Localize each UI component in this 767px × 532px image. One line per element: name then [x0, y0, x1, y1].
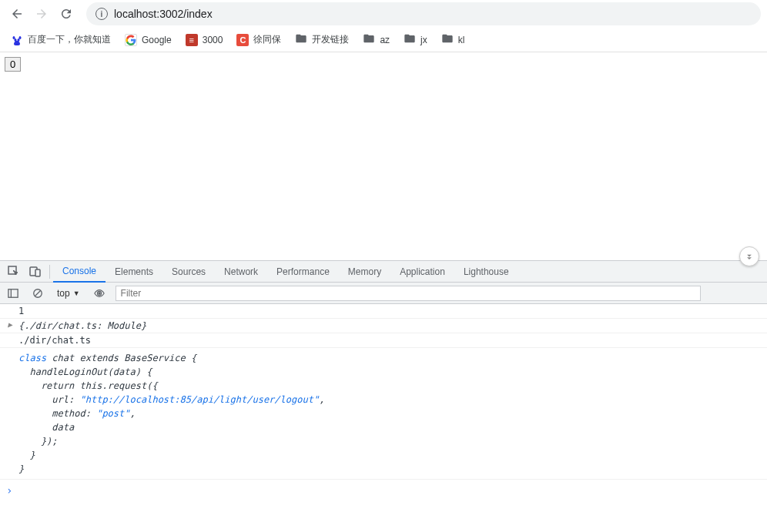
- bookmark-label: 百度一下，你就知道: [28, 33, 111, 46]
- chevron-down-icon: [744, 251, 755, 262]
- tab-console[interactable]: Console: [53, 261, 106, 283]
- bookmark-label: az: [380, 35, 390, 45]
- bookmark-az[interactable]: az: [363, 32, 390, 47]
- svg-line-6: [35, 290, 41, 296]
- bookmark-label: 3000: [203, 35, 223, 45]
- tab-elements[interactable]: Elements: [106, 262, 162, 282]
- tab-performance[interactable]: Performance: [267, 262, 339, 282]
- folder-icon: [295, 32, 307, 47]
- bookmark-label: 徐同保: [253, 33, 281, 46]
- tab-sources[interactable]: Sources: [162, 262, 215, 282]
- bookmark-label: kl: [458, 35, 465, 45]
- bookmark-google[interactable]: Google: [125, 34, 172, 46]
- eye-icon: [94, 288, 105, 299]
- tab-network[interactable]: Network: [215, 262, 267, 282]
- live-expression-button[interactable]: [91, 285, 108, 302]
- forward-button[interactable]: [31, 3, 52, 25]
- bookmark-3000[interactable]: ≡ 3000: [186, 34, 223, 46]
- dropdown-icon: ▼: [73, 289, 80, 297]
- filter-input[interactable]: [116, 286, 701, 301]
- tab-lighthouse[interactable]: Lighthouse: [454, 262, 518, 282]
- address-bar[interactable]: i localhost:3002/index: [86, 2, 761, 25]
- console-code-block[interactable]: class chat extends BaseService { handleL…: [0, 348, 767, 480]
- bookmark-label: Google: [142, 35, 172, 45]
- device-icon: [29, 266, 42, 278]
- svg-rect-2: [35, 269, 40, 276]
- svg-point-7: [98, 292, 100, 294]
- console-output: 1 {./dir/chat.ts: Module} ./dir/chat.ts …: [0, 304, 767, 497]
- bookmark-label: 开发链接: [312, 33, 349, 46]
- sidebar-icon: [8, 288, 18, 299]
- reload-icon: [59, 7, 73, 21]
- tab-memory[interactable]: Memory: [339, 262, 390, 282]
- console-toolbar: top ▼: [0, 283, 767, 304]
- arrow-left-icon: [10, 7, 24, 21]
- url-text: localhost:3002/index: [114, 8, 213, 20]
- counter-button[interactable]: 0: [5, 57, 21, 72]
- number-icon: ≡: [186, 34, 198, 46]
- page-content: 0: [0, 52, 767, 260]
- svg-rect-3: [8, 289, 18, 297]
- device-toggle-button[interactable]: [25, 262, 46, 282]
- inspect-icon: [8, 266, 20, 278]
- back-button[interactable]: [6, 3, 28, 25]
- google-icon: [125, 34, 137, 46]
- folder-icon: [441, 32, 454, 47]
- baidu-icon: [11, 34, 23, 46]
- inspect-button[interactable]: [3, 262, 25, 282]
- bookmark-jx[interactable]: jx: [404, 32, 427, 47]
- bookmark-label: jx: [420, 35, 427, 45]
- devtools-panel: Console Elements Sources Network Perform…: [0, 260, 767, 497]
- folder-icon: [404, 32, 416, 47]
- sidebar-toggle-button[interactable]: [5, 285, 22, 302]
- tab-application[interactable]: Application: [390, 262, 454, 282]
- bookmark-kl[interactable]: kl: [441, 32, 465, 47]
- context-label: top: [57, 288, 70, 299]
- clear-icon: [32, 288, 43, 299]
- bookmark-devlinks[interactable]: 开发链接: [295, 32, 349, 47]
- browser-toolbar: i localhost:3002/index: [0, 0, 767, 28]
- arrow-right-icon: [35, 7, 49, 21]
- clear-console-button[interactable]: [29, 285, 46, 302]
- folder-icon: [363, 32, 375, 47]
- reload-button[interactable]: [55, 3, 77, 25]
- console-path-line[interactable]: ./dir/chat.ts: [0, 333, 767, 348]
- context-selector[interactable]: top ▼: [54, 288, 83, 299]
- devtools-tabbar: Console Elements Sources Network Perform…: [0, 261, 767, 283]
- console-prompt[interactable]: ›: [0, 480, 767, 497]
- c-icon: C: [236, 34, 249, 46]
- bookmark-baidu[interactable]: 百度一下，你就知道: [11, 33, 111, 46]
- site-info-icon[interactable]: i: [95, 8, 108, 20]
- bookmark-xutongbao[interactable]: C 徐同保: [236, 33, 281, 46]
- bookmarks-bar: 百度一下，你就知道 Google ≡ 3000 C 徐同保 开发链接 az jx…: [0, 28, 767, 52]
- console-object-line[interactable]: {./dir/chat.ts: Module}: [0, 319, 767, 333]
- drag-handle[interactable]: [739, 246, 759, 266]
- console-log-line[interactable]: 1: [0, 304, 767, 319]
